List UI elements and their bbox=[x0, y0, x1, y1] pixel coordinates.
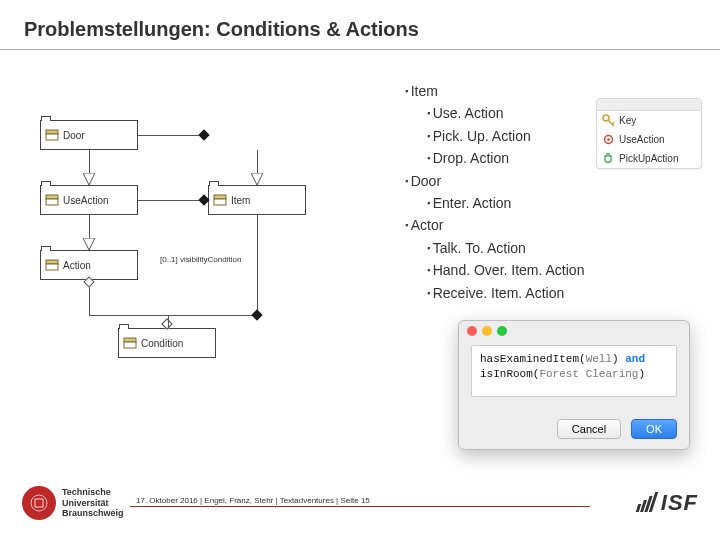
svg-rect-14 bbox=[124, 342, 136, 348]
generalization-arrow-icon bbox=[83, 238, 95, 250]
svg-marker-11 bbox=[83, 173, 95, 185]
svg-rect-3 bbox=[46, 134, 58, 140]
list-item: Use. Action bbox=[427, 102, 584, 124]
university-logo: Technische Universität Braunschweig bbox=[22, 486, 124, 520]
svg-rect-6 bbox=[214, 195, 226, 199]
panel-row: UseAction bbox=[597, 130, 701, 149]
class-icon bbox=[123, 336, 137, 350]
footer-divider bbox=[130, 506, 590, 507]
uml-class-door: Door bbox=[40, 120, 138, 150]
uml-label: UseAction bbox=[63, 195, 109, 206]
panel-row: PickUpAction bbox=[597, 149, 701, 168]
list-item: Enter. Action bbox=[427, 192, 584, 214]
university-name: Technische Universität Braunschweig bbox=[62, 487, 124, 518]
seal-icon bbox=[22, 486, 56, 520]
list-item: Drop. Action bbox=[427, 147, 584, 169]
generalization-arrow-icon bbox=[251, 173, 263, 185]
panel-row-label: Key bbox=[619, 115, 636, 126]
class-icon bbox=[45, 128, 59, 142]
svg-rect-2 bbox=[46, 130, 58, 134]
svg-point-19 bbox=[607, 138, 610, 141]
panel-header bbox=[597, 99, 701, 111]
svg-rect-9 bbox=[46, 264, 58, 270]
svg-rect-8 bbox=[46, 260, 58, 264]
svg-marker-10 bbox=[83, 238, 95, 250]
svg-rect-7 bbox=[214, 199, 226, 205]
gear-icon bbox=[602, 133, 615, 146]
uml-class-useaction: UseAction bbox=[40, 185, 138, 215]
ok-button[interactable]: OK bbox=[631, 419, 677, 439]
uml-class-item: Item bbox=[208, 185, 306, 215]
list-item: Pick. Up. Action bbox=[427, 125, 584, 147]
class-icon bbox=[45, 193, 59, 207]
list-item: Door Enter. Action bbox=[405, 170, 584, 215]
uml-label: Condition bbox=[141, 338, 183, 349]
code-dialog: hasExaminedItem(Well) and isInRoom(Fores… bbox=[458, 320, 690, 450]
svg-line-17 bbox=[612, 122, 614, 124]
code-textarea[interactable]: hasExaminedItem(Well) and isInRoom(Fores… bbox=[471, 345, 677, 397]
bars-icon bbox=[637, 492, 657, 518]
slide-title: Problemstellungen: Conditions & Actions bbox=[0, 0, 720, 50]
svg-marker-12 bbox=[251, 173, 263, 185]
class-icon bbox=[213, 193, 227, 207]
isf-logo: ISF bbox=[637, 490, 698, 518]
key-icon bbox=[602, 114, 615, 127]
list-item: Hand. Over. Item. Action bbox=[427, 259, 584, 281]
snap-panel: Key UseAction PickUpAction bbox=[596, 98, 702, 169]
uml-label: Door bbox=[63, 130, 85, 141]
footer-text: 17. Oktober 2016 | Engel, Franz, Stehr |… bbox=[136, 496, 370, 505]
svg-rect-5 bbox=[46, 199, 58, 205]
cancel-button[interactable]: Cancel bbox=[557, 419, 621, 439]
generalization-arrow-icon bbox=[83, 173, 95, 185]
list-item: Talk. To. Action bbox=[427, 237, 584, 259]
zoom-icon[interactable] bbox=[497, 326, 507, 336]
panel-row-label: UseAction bbox=[619, 134, 665, 145]
uml-label: Action bbox=[63, 260, 91, 271]
svg-rect-4 bbox=[46, 195, 58, 199]
class-icon bbox=[45, 258, 59, 272]
hand-icon bbox=[602, 152, 615, 165]
slide-footer: 17. Oktober 2016 | Engel, Franz, Stehr |… bbox=[0, 484, 720, 540]
panel-row-label: PickUpAction bbox=[619, 153, 678, 164]
list-item: Item Use. Action Pick. Up. Action Drop. … bbox=[405, 80, 584, 170]
panel-row: Key bbox=[597, 111, 701, 130]
close-icon[interactable] bbox=[467, 326, 477, 336]
svg-rect-13 bbox=[124, 338, 136, 342]
uml-diagram: EnterAction Door UseAction Item Action bbox=[40, 120, 380, 400]
list-item: Actor Talk. To. Action Hand. Over. Item.… bbox=[405, 214, 584, 304]
slide-content: EnterAction Door UseAction Item Action bbox=[0, 50, 720, 480]
dialog-titlebar bbox=[459, 321, 689, 341]
multiplicity-label: [0..1] visibilityCondition bbox=[160, 255, 241, 264]
svg-point-20 bbox=[29, 493, 49, 513]
list-item: Receive. Item. Action bbox=[427, 282, 584, 304]
bullet-list: Item Use. Action Pick. Up. Action Drop. … bbox=[405, 80, 584, 304]
uml-class-condition: Condition bbox=[118, 328, 216, 358]
uml-label: Item bbox=[231, 195, 250, 206]
minimize-icon[interactable] bbox=[482, 326, 492, 336]
